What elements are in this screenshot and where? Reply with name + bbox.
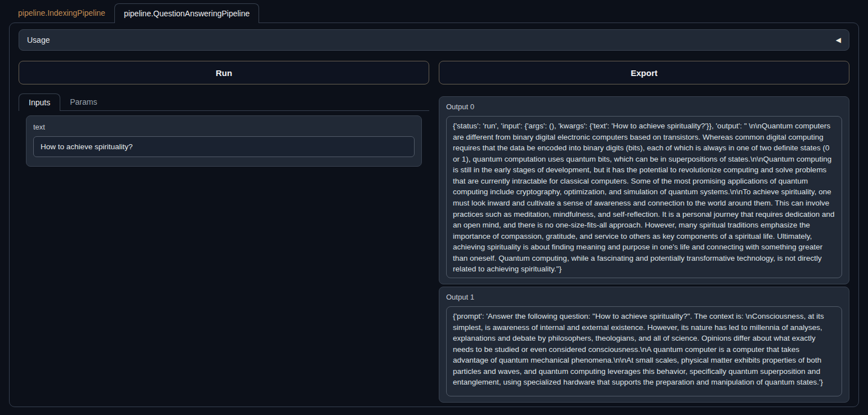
inputs-panel: text [19, 111, 429, 167]
run-column: Run Inputs Params text [19, 61, 429, 401]
io-tab-bar: Inputs Params [19, 93, 429, 111]
tab-inputs[interactable]: Inputs [19, 93, 60, 111]
tab-indexing-pipeline[interactable]: pipeline.IndexingPipeline [9, 3, 114, 23]
usage-accordion[interactable]: Usage ◀ [19, 29, 849, 51]
output-1-label: Output 1 [446, 293, 842, 302]
text-input[interactable] [33, 136, 415, 157]
text-field-label: text [33, 123, 415, 132]
export-button[interactable]: Export [439, 61, 849, 84]
usage-accordion-label: Usage [27, 35, 50, 44]
run-button[interactable]: Run [19, 61, 429, 84]
tab-params[interactable]: Params [60, 93, 106, 110]
pipeline-tab-panel: Usage ◀ Run Inputs Params text [9, 23, 859, 407]
accordion-collapse-icon: ◀ [836, 37, 841, 43]
pipeline-tab-bar: pipeline.IndexingPipeline pipeline.Quest… [0, 0, 868, 23]
output-1-textarea[interactable]: {'prompt': 'Answer the following questio… [446, 306, 842, 396]
tab-question-answering-pipeline[interactable]: pipeline.QuestionAnsweringPipeline [114, 3, 259, 23]
output-0-label: Output 0 [446, 102, 842, 111]
output-0-textarea[interactable]: {'status': 'run', 'input': {'args': (), … [446, 116, 842, 278]
text-input-group: text [26, 115, 422, 167]
app-root: pipeline.IndexingPipeline pipeline.Quest… [0, 0, 868, 415]
content-columns: Run Inputs Params text Export Output 0 [19, 61, 849, 401]
export-column: Export Output 0 {'status': 'run', 'input… [439, 61, 849, 401]
output-0-block: Output 0 {'status': 'run', 'input': {'ar… [439, 96, 849, 284]
output-1-block: Output 1 {'prompt': 'Answer the followin… [439, 287, 849, 403]
